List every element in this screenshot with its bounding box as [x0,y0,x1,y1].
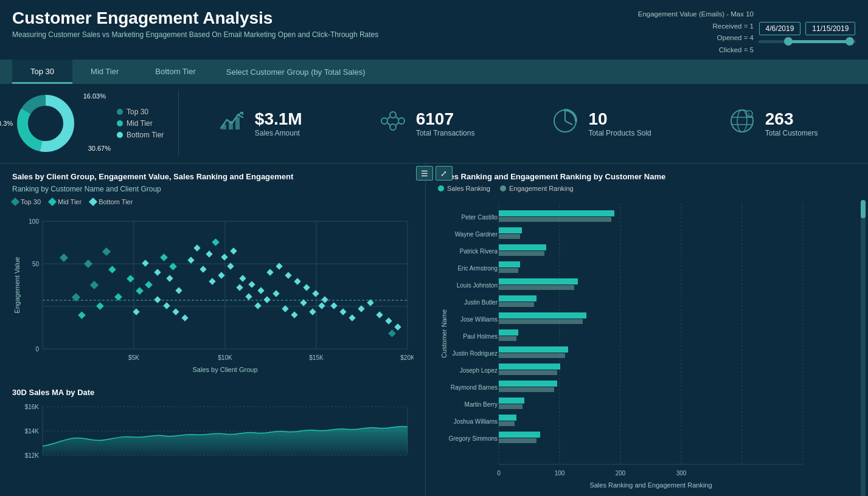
svg-rect-83 [394,324,401,331]
svg-rect-149 [499,336,516,341]
tab-bottomtier[interactable]: Bottom Tier [137,60,214,84]
svg-rect-72 [294,278,300,285]
svg-text:0: 0 [497,470,501,477]
svg-point-8 [390,112,396,118]
svg-text:Gregory Simmons: Gregory Simmons [448,435,498,442]
svg-rect-49 [209,278,215,285]
svg-line-14 [387,123,390,125]
slider-track[interactable] [759,40,856,43]
engagement-info: Engagement Value (Emails) - Max 10 Recei… [638,9,754,56]
svg-rect-71 [285,272,291,279]
legend-midtier: Mid Tier [117,119,164,128]
slider-thumb-left[interactable] [784,37,793,46]
donut-label-bottom: 30.67% [88,145,111,152]
legend-top30: Top 30 [117,108,164,116]
svg-rect-87 [181,315,188,322]
slider-fill [786,40,852,43]
scrollbar-thumb[interactable] [861,200,866,218]
svg-point-7 [381,118,387,124]
scatter-legend: Top 30 Mid Tier Bottom Tier [12,198,415,205]
svg-text:Patrick Rivera: Patrick Rivera [460,248,498,255]
bar-svg: 0 100 200 300 Sales Ranking and Engageme… [438,197,852,496]
kpi-customers-text: 263 Total Customers [765,109,818,137]
line-title: 30D Sales MA by Date [12,388,415,397]
svg-rect-167 [499,438,536,443]
svg-rect-92 [108,266,116,274]
kpi-cards: $3.1M Sales Amount 6107 Tot [179,106,856,141]
kpi-customers-value: 263 [765,109,818,129]
svg-rect-52 [236,284,243,291]
header-right: Engagement Value (Emails) - Max 10 Recei… [638,9,856,56]
svg-text:300: 300 [676,470,687,477]
svg-point-10 [390,124,396,130]
svg-rect-65 [230,248,237,255]
svg-rect-89 [78,311,86,319]
date-end[interactable]: 11/15/2019 [805,22,855,35]
bar-label-engage: Engagement Ranking [509,185,574,192]
svg-rect-137 [499,268,518,273]
svg-text:Justin Butler: Justin Butler [464,299,498,306]
scatter-legend-bottomtier: Bottom Tier [90,198,133,205]
svg-rect-101 [102,247,111,256]
svg-rect-158 [499,387,554,392]
clicked-label: Clicked = 5 [638,44,754,57]
toolbar-table-btn[interactable]: ☰ [416,166,433,181]
svg-point-19 [737,110,747,132]
svg-rect-82 [385,318,392,325]
legend-dot-bottomtier [117,132,123,138]
svg-rect-53 [245,294,252,300]
engagement-label: Engagement Value (Emails) - Max 10 [638,9,754,21]
svg-text:Eric Armstrong: Eric Armstrong [457,265,498,272]
svg-rect-133 [499,244,546,250]
svg-text:Joseph Lopez: Joseph Lopez [460,367,498,374]
svg-rect-5 [229,121,233,129]
legend-label-top30: Top 30 [127,108,148,116]
svg-text:50: 50 [32,261,40,267]
tab-midtier[interactable]: Mid Tier [72,60,137,84]
svg-rect-62 [193,245,200,252]
svg-rect-58 [291,312,297,319]
svg-line-13 [396,123,398,125]
svg-rect-143 [499,302,534,307]
legend-label-bottomtier: Bottom Tier [127,131,164,139]
svg-rect-84 [154,297,161,303]
scrollbar-track[interactable] [861,200,866,496]
line-svg: $16K $14K $12K [12,401,414,480]
svg-rect-154 [499,363,560,370]
slider-thumb-right[interactable] [845,37,854,46]
toolbar-chart-btn[interactable]: ⤢ [436,166,453,181]
svg-rect-76 [330,303,337,309]
kpi-transactions: 6107 Total Transactions [366,106,487,141]
scatter-legend-top30: Top 30 [12,198,41,205]
svg-rect-102 [90,281,99,289]
charts-area: Sales by Client Group, Engagement Value,… [0,164,868,496]
svg-rect-139 [499,278,578,284]
svg-rect-61 [318,303,325,309]
svg-rect-67 [248,281,255,288]
kpi-sales-value: $3.1M [255,109,302,129]
bar-dot-engage [500,185,506,191]
svg-rect-134 [499,251,544,256]
kpi-customers-label: Total Customers [765,129,818,137]
chart-toolbar: ☰ ⤢ [416,166,453,181]
svg-rect-44 [154,269,161,276]
svg-rect-131 [499,234,520,239]
svg-rect-146 [499,319,583,324]
svg-rect-91 [114,293,122,301]
svg-rect-145 [499,312,586,319]
date-start[interactable]: 4/6/2019 [759,22,801,35]
tab-top30[interactable]: Top 30 [12,60,72,84]
svg-text:$10K: $10K [218,354,232,361]
svg-rect-163 [499,415,516,421]
kpi-transactions-text: 6107 Total Transactions [416,109,475,137]
svg-text:$15K: $15K [309,354,324,361]
svg-text:Raymond Barnes: Raymond Barnes [451,384,498,391]
tab-select[interactable]: Select Customer Group (by Total Sales) [226,67,366,77]
opened-label: Opened = 4 [638,32,754,44]
svg-rect-73 [303,284,310,291]
svg-rect-128 [499,217,611,222]
scatter-diamond-bottomtier [89,198,97,206]
svg-rect-4 [222,125,226,129]
svg-line-11 [387,117,390,119]
header: Customer Engagement Analysis Measuring C… [0,0,868,60]
